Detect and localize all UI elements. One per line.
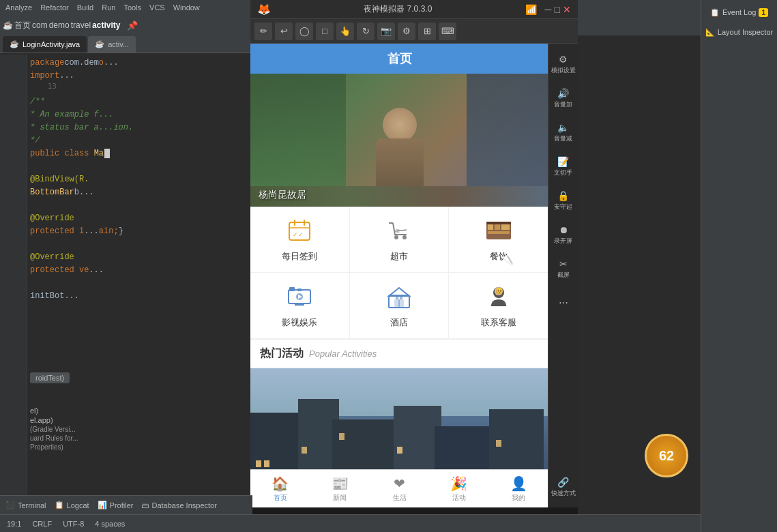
logcat-tab[interactable]: 📋 Logcat	[55, 501, 89, 509]
nox-tool-back[interactable]: ↩	[275, 23, 293, 40]
hero-banner[interactable]: 杨尚昆故居	[250, 74, 548, 207]
menu-item-dining[interactable]: 餐饮	[449, 207, 548, 273]
window-5	[397, 447, 402, 454]
tab-login-activity[interactable]: ☕ LoginActivity.java	[3, 36, 87, 53]
settings-icon: ⚙	[559, 54, 568, 65]
nav-item-profile[interactable]: 👤 我的	[489, 470, 548, 507]
profiler-icon: 📊	[98, 501, 107, 509]
nox-tool-refresh[interactable]: ↻	[357, 23, 375, 40]
profile-label: 我的	[512, 493, 525, 503]
code-editor[interactable]: 1 package com.demo... 7 import ... 13 14…	[0, 55, 252, 505]
settings-label: 模拟设置	[551, 67, 576, 74]
tab-project-com[interactable]: 首页	[14, 20, 31, 31]
nox-emulator-window: 🦊 夜神模拟器 7.0.3.0 📶 ─ □ ✕ ✏ ↩ ◯ □ 👆 ↻ 📷 ⚙ …	[250, 0, 578, 532]
nav-item-activity[interactable]: 🎉 活动	[429, 470, 488, 507]
code-line-31: 31 initBot...	[30, 289, 252, 302]
code-line-27	[30, 237, 252, 250]
code-line-23: 23 @Override	[30, 211, 252, 224]
nox-minimize-btn[interactable]: ─	[545, 4, 552, 15]
nox-tool-keyboard[interactable]: ⌨	[439, 23, 456, 40]
nox-top-toolbar[interactable]: ✏ ↩ ◯ □ 👆 ↻ 📷 ⚙ ⊞ ⌨	[250, 19, 578, 44]
svg-text:😊: 😊	[496, 287, 503, 294]
menu-refactor[interactable]: Refactor	[40, 3, 69, 12]
nav-item-life[interactable]: ❤ 生活	[370, 470, 429, 507]
menu-build[interactable]: Build	[77, 3, 93, 12]
dining-icon	[484, 216, 514, 246]
menu-item-supermarket[interactable]: ⊞ 超市	[350, 207, 450, 273]
profiler-tab[interactable]: 📊 Profiler	[98, 501, 134, 509]
window-2	[264, 460, 269, 467]
nox-tool-square[interactable]: □	[316, 23, 334, 40]
nox-title: 夜神模拟器 7.0.3.0	[276, 3, 520, 15]
phone-screen[interactable]: 首页 杨尚昆故居	[250, 44, 548, 507]
menu-item-checkin[interactable]: ✓✓ 每日签到	[250, 207, 350, 273]
database-icon: 🗃	[141, 501, 149, 509]
nox-lock-btn[interactable]: 🔒 安守起	[551, 184, 576, 217]
nox-tool-circle[interactable]: ◯	[295, 23, 313, 40]
hotel-label: 酒店	[390, 316, 408, 329]
nox-record-btn[interactable]: ⏺ 录开屏	[551, 218, 576, 251]
nox-settings-btn[interactable]: ⚙ 模拟设置	[551, 48, 576, 80]
record-label: 录开屏	[554, 237, 572, 245]
nox-tool-camera[interactable]: 📷	[377, 23, 395, 40]
app-title: 首页	[387, 50, 412, 67]
nox-tool-edit[interactable]: ✏	[254, 23, 272, 40]
menu-tools[interactable]: Tools	[123, 3, 141, 12]
menu-item-hotel[interactable]: 酒店	[350, 273, 450, 339]
toolbar-pin-icon[interactable]: 📌	[127, 20, 138, 31]
life-icon: ❤	[394, 475, 405, 492]
menu-vcs[interactable]: VCS	[149, 3, 165, 12]
menu-window[interactable]: Window	[173, 3, 200, 12]
tab-activity-label[interactable]: activity	[92, 20, 120, 30]
hotel-icon	[384, 282, 414, 312]
nox-vol-up-btn[interactable]: 🔊 音量加	[551, 82, 576, 115]
timer-widget[interactable]: 62	[645, 434, 688, 477]
nox-more-btn[interactable]: ⋯	[551, 286, 576, 319]
nox-screenshot-btn[interactable]: ✂ 截屏	[551, 252, 576, 285]
nox-tool-apps[interactable]: ⊞	[418, 23, 436, 40]
status-encoding: CRLF	[32, 520, 52, 528]
nox-tool-gesture[interactable]: 👆	[336, 23, 354, 40]
svg-point-8	[402, 235, 407, 239]
hero-statue-container	[376, 108, 424, 193]
timer-value: 62	[659, 448, 674, 464]
terminal-icon: ⬛	[5, 501, 15, 509]
nav-item-home[interactable]: 🏠 首页	[250, 470, 310, 507]
nox-window-controls[interactable]: 📶 ─ □ ✕	[525, 4, 571, 15]
terminal-tab[interactable]: ⬛ Terminal	[5, 501, 46, 509]
nox-vol-down-btn[interactable]: 🔈 音量减	[551, 116, 576, 149]
nox-shortcut-btn[interactable]: 🔗 快速方式	[551, 471, 576, 503]
nav-item-news[interactable]: 📰 新闻	[310, 470, 369, 507]
layout-icon: 📐	[705, 28, 715, 37]
menu-run[interactable]: Run	[102, 3, 115, 12]
tab-activity[interactable]: ☕ activ...	[88, 36, 136, 53]
test-tab[interactable]: roidTest)	[30, 370, 252, 386]
vol-down-label: 音量减	[554, 135, 572, 143]
svg-point-7	[394, 235, 398, 239]
service-icon: 😊	[484, 282, 514, 312]
shortcut-icon: 🔗	[557, 477, 569, 488]
nox-input-btn[interactable]: 📝 文切手	[551, 150, 576, 183]
section-title-en: Popular Activities	[309, 349, 377, 359]
nox-tool-settings[interactable]: ⚙	[398, 23, 415, 40]
code-content[interactable]: 1 package com.demo... 7 import ... 13 14…	[30, 55, 252, 505]
tab-project-demo[interactable]: com	[32, 20, 48, 30]
layout-inspector-btn[interactable]: 📐 Layout Inspector	[701, 23, 777, 42]
menu-item-service[interactable]: 😊 联系客服	[449, 273, 548, 339]
database-tab[interactable]: 🗃 Database Inspector	[141, 501, 216, 509]
event-log-btn[interactable]: 📋 Event Log 1	[701, 3, 777, 22]
menu-item-entertainment[interactable]: 影视娱乐	[250, 273, 350, 339]
nox-titlebar: 🦊 夜神模拟器 7.0.3.0 📶 ─ □ ✕	[250, 0, 578, 19]
life-label: 生活	[393, 493, 407, 503]
code-line-24: 24 protected i... ain; }	[30, 224, 252, 237]
nox-close-btn[interactable]: ✕	[563, 4, 571, 15]
tab-project-activity[interactable]: travel	[71, 20, 91, 30]
lock-label: 安守起	[554, 203, 572, 211]
vol-up-icon: 🔊	[557, 88, 569, 100]
tab-project-travel[interactable]: demo	[49, 20, 70, 30]
nox-maximize-btn[interactable]: □	[555, 4, 560, 15]
file-tabs: ☕ LoginActivity.java ☕ activ...	[0, 35, 252, 53]
vol-up-label: 音量加	[554, 101, 572, 108]
news-icon: 📰	[332, 475, 349, 492]
menu-analyze[interactable]: Analyze	[5, 3, 32, 12]
